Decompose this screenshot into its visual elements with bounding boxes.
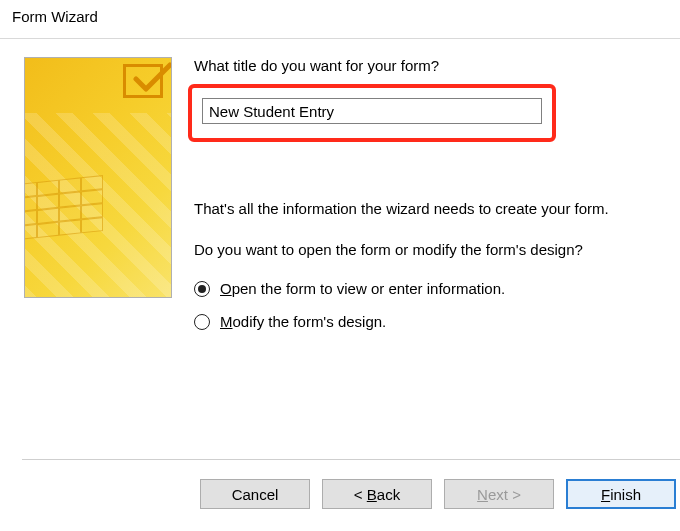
- wizard-content: What title do you want for your form? Th…: [0, 38, 680, 459]
- window-title: Form Wizard: [0, 0, 680, 31]
- title-question-label: What title do you want for your form?: [194, 57, 680, 74]
- wizard-illustration-grid: [24, 172, 135, 265]
- checkmark-icon: [123, 64, 163, 98]
- finish-button[interactable]: Finish: [566, 479, 676, 509]
- next-button-label: Next >: [477, 486, 521, 503]
- radio-open-form[interactable]: Open the form to view or enter informati…: [194, 280, 680, 297]
- radio-modify-label: Modify the form's design.: [220, 313, 386, 330]
- button-row: Cancel < Back Next > Finish: [200, 479, 680, 509]
- wizard-footer: Cancel < Back Next > Finish: [0, 459, 680, 531]
- back-button[interactable]: < Back: [322, 479, 432, 509]
- footer-separator: [22, 459, 680, 460]
- wizard-illustration: [24, 57, 172, 298]
- cancel-button[interactable]: Cancel: [200, 479, 310, 509]
- form-wizard-window: Form Wizard What title do you want for y…: [0, 0, 680, 531]
- cancel-button-label: Cancel: [232, 486, 279, 503]
- radio-open-label: Open the form to view or enter informati…: [220, 280, 505, 297]
- wizard-info-line: That's all the information the wizard ne…: [194, 200, 680, 217]
- back-button-label: < Back: [354, 486, 400, 503]
- form-title-input[interactable]: [202, 98, 542, 124]
- radio-icon: [194, 281, 210, 297]
- wizard-sidebar: [0, 39, 190, 459]
- next-button: Next >: [444, 479, 554, 509]
- title-highlight: [188, 84, 556, 142]
- radio-modify-design[interactable]: Modify the form's design.: [194, 313, 680, 330]
- wizard-main: What title do you want for your form? Th…: [190, 39, 680, 459]
- radio-icon: [194, 314, 210, 330]
- finish-button-label: Finish: [601, 486, 641, 503]
- radio-group: Open the form to view or enter informati…: [194, 280, 680, 330]
- wizard-question-line: Do you want to open the form or modify t…: [194, 241, 680, 258]
